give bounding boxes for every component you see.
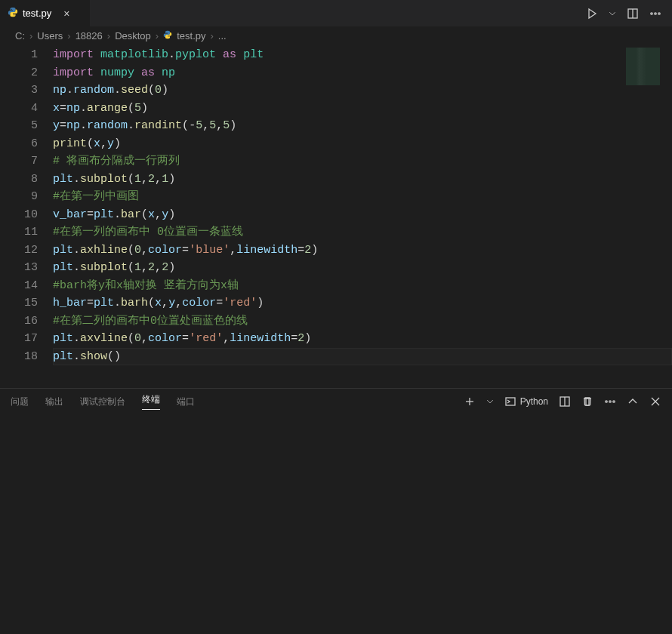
close-tab-icon[interactable]: ×	[63, 8, 69, 20]
code-line[interactable]: #在第一列的画布中 0位置画一条蓝线	[53, 223, 672, 242]
line-number: 10	[0, 206, 38, 224]
svg-point-3	[655, 12, 656, 14]
code-line[interactable]: plt.subplot(1,2,2)	[53, 259, 672, 277]
tab-filename: test.py	[23, 8, 51, 19]
more-panel-actions-icon[interactable]	[604, 395, 616, 408]
editor-toolbar	[586, 0, 672, 26]
kill-terminal-icon[interactable]	[581, 395, 593, 408]
line-number: 12	[0, 242, 38, 260]
code-line[interactable]: y=np.random.randint(-5,5,5)	[53, 117, 672, 135]
split-editor-icon[interactable]	[627, 8, 639, 20]
line-number: 17	[0, 330, 38, 348]
line-number: 9	[0, 188, 38, 206]
svg-point-2	[651, 12, 652, 14]
breadcrumb-part[interactable]: C:	[15, 30, 25, 42]
panel-tab-ports[interactable]: 端口	[177, 395, 195, 408]
panel-tab-terminal[interactable]: 终端	[142, 393, 160, 410]
code-line[interactable]: # 将画布分隔成一行两列	[53, 152, 672, 171]
launch-profile-label: Python	[520, 396, 548, 407]
line-number-gutter: 123456789101112131415161718	[0, 45, 53, 388]
line-number: 8	[0, 171, 38, 189]
breadcrumb[interactable]: C:› Users› 18826› Desktop› test.py› ...	[0, 26, 672, 45]
code-line[interactable]: x=np.arange(5)	[53, 100, 672, 118]
breadcrumb-part[interactable]: 18826	[76, 30, 103, 42]
line-number: 1	[0, 46, 38, 64]
run-dropdown-icon[interactable]	[609, 10, 616, 17]
code-line[interactable]: plt.axvline(0,color='red',linewidth=2)	[53, 330, 672, 348]
new-terminal-icon[interactable]	[464, 395, 476, 408]
maximize-panel-icon[interactable]	[627, 395, 639, 408]
line-number: 2	[0, 64, 38, 82]
svg-point-15	[613, 401, 615, 402]
panel-tab-output[interactable]: 输出	[45, 395, 63, 408]
editor-tab-bar: test.py ×	[0, 0, 672, 26]
run-button[interactable]	[586, 8, 598, 20]
chevron-right-icon: ›	[156, 30, 159, 42]
panel-tab-debug-console[interactable]: 调试控制台	[80, 395, 125, 408]
line-number: 3	[0, 82, 38, 100]
svg-point-13	[606, 401, 607, 402]
code-line[interactable]: plt.subplot(1,2,1)	[53, 171, 672, 189]
code-line[interactable]: h_bar=plt.barh(x,y,color='red')	[53, 294, 672, 312]
minimap[interactable]	[626, 48, 660, 85]
line-number: 14	[0, 277, 38, 295]
breadcrumb-part[interactable]: Desktop	[115, 30, 151, 42]
panel-tab-bar: 问题 输出 调试控制台 终端 端口 Python	[0, 389, 672, 414]
panel-tab-problems[interactable]: 问题	[11, 395, 29, 408]
line-number: 18	[0, 348, 38, 366]
terminal-body[interactable]	[0, 414, 672, 632]
code-line[interactable]: print(x,y)	[53, 135, 672, 153]
code-line[interactable]: #在第二列的画布中0位置处画蓝色的线	[53, 312, 672, 331]
code-line[interactable]: import numpy as np	[53, 64, 672, 82]
bottom-panel: 问题 输出 调试控制台 终端 端口 Python	[0, 388, 672, 632]
line-number: 4	[0, 100, 38, 118]
launch-profile[interactable]: Python	[504, 395, 548, 408]
line-number: 11	[0, 223, 38, 242]
line-number: 5	[0, 117, 38, 135]
code-line[interactable]: v_bar=plt.bar(x,y)	[53, 206, 672, 224]
svg-line-10	[584, 399, 585, 405]
split-terminal-icon[interactable]	[559, 395, 571, 408]
python-icon	[8, 7, 18, 20]
more-actions-icon[interactable]	[649, 8, 661, 20]
breadcrumb-tail[interactable]: ...	[218, 30, 227, 42]
line-number: 15	[0, 294, 38, 312]
breadcrumb-part[interactable]: Users	[37, 30, 63, 42]
code-line[interactable]: plt.axhline(0,color='blue',linewidth=2)	[53, 242, 672, 260]
svg-point-14	[609, 401, 611, 402]
line-number: 13	[0, 259, 38, 277]
chevron-right-icon: ›	[67, 30, 70, 42]
code-editor[interactable]: 123456789101112131415161718 import matpl…	[0, 45, 672, 388]
panel-actions: Python	[464, 395, 661, 408]
chevron-right-icon: ›	[107, 30, 110, 42]
chevron-right-icon: ›	[29, 30, 32, 42]
editor-tab-active[interactable]: test.py ×	[0, 0, 91, 26]
code-content[interactable]: import matplotlib.pyplot as pltimport nu…	[53, 45, 672, 388]
svg-line-11	[590, 399, 591, 405]
close-panel-icon[interactable]	[649, 395, 661, 408]
line-number: 16	[0, 312, 38, 331]
chevron-right-icon: ›	[210, 30, 213, 42]
code-line[interactable]: plt.show()	[53, 348, 672, 366]
code-line[interactable]: #barh将y和x轴对换 竖着方向为x轴	[53, 277, 672, 295]
python-icon	[163, 30, 172, 42]
terminal-dropdown-icon[interactable]	[486, 398, 494, 405]
line-number: 7	[0, 152, 38, 171]
code-line[interactable]: #在第一列中画图	[53, 188, 672, 206]
svg-point-4	[658, 12, 660, 14]
line-number: 6	[0, 135, 38, 153]
code-line[interactable]: np.random.seed(0)	[53, 82, 672, 100]
breadcrumb-file[interactable]: test.py	[177, 30, 205, 42]
code-line[interactable]: import matplotlib.pyplot as plt	[53, 46, 672, 64]
